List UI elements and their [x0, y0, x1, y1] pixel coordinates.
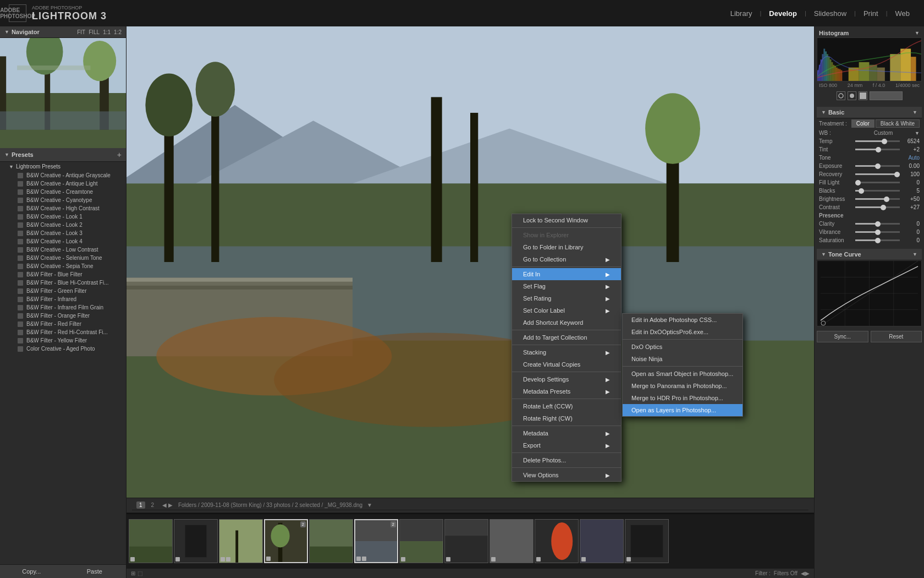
ctx-export[interactable]: Export ▶ — [512, 439, 621, 451]
saturation-track[interactable] — [855, 239, 900, 241]
preset-item[interactable]: B&W Filter - Orange Filter — [0, 312, 126, 320]
tint-track[interactable] — [855, 149, 900, 150]
ctx-rotate-right[interactable]: Rotate Right (CW) — [512, 412, 621, 424]
presets-header[interactable]: ▼ Presets + — [0, 148, 126, 162]
ctx-create-virtual-copies[interactable]: Create Virtual Copies — [512, 358, 621, 370]
preset-item[interactable]: B&W Filter - Blue Filter — [0, 270, 126, 279]
page-1[interactable]: 1 — [136, 501, 145, 509]
fit-option-fill[interactable]: FILL — [89, 29, 100, 35]
preset-item[interactable]: B&W Creative - Low Contrast — [0, 246, 126, 254]
tone-auto-btn[interactable]: Auto — [908, 155, 920, 161]
treatment-bw-btn[interactable]: Black & White — [876, 119, 920, 128]
preset-group-lightroom[interactable]: ▼ Lightroom Presets — [0, 162, 126, 171]
grid-view-btn[interactable]: ⊞ — [131, 570, 135, 576]
ctx-metadata[interactable]: Metadata ▶ — [512, 427, 621, 439]
fit-option-1-2[interactable]: 1:2 — [114, 29, 122, 35]
presets-add-button[interactable]: + — [117, 150, 122, 159]
fill-light-thumb[interactable] — [855, 180, 861, 186]
copy-button[interactable]: Copy... — [0, 565, 63, 578]
page-2[interactable]: 2 — [148, 501, 157, 509]
preset-item[interactable]: B&W Creative - Look 4 — [0, 237, 126, 246]
film-thumb-7[interactable] — [399, 519, 443, 563]
film-thumb-4-selected[interactable]: 2 — [264, 519, 308, 563]
preset-item[interactable]: Color Creative - Aged Photo — [0, 345, 126, 353]
ctx-stacking[interactable]: Stacking ▶ — [512, 346, 621, 358]
saturation-thumb[interactable] — [875, 238, 881, 243]
film-thumb-1[interactable] — [129, 519, 173, 563]
nav-print[interactable]: Print — [858, 9, 884, 18]
exposure-thumb[interactable] — [875, 163, 881, 169]
submenu-merge-panorama[interactable]: Merge to Panorama in Photoshop... — [623, 380, 743, 392]
nav-develop[interactable]: Develop — [763, 9, 802, 18]
brightness-track[interactable] — [855, 198, 900, 200]
vibrance-thumb[interactable] — [875, 230, 881, 235]
presets-collapse-arrow[interactable]: ▼ — [4, 152, 9, 157]
preset-item[interactable]: B&W Creative - Antique Light — [0, 179, 126, 188]
sync-button[interactable]: Sync... — [817, 331, 868, 342]
film-thumb-10[interactable] — [535, 519, 579, 563]
reset-button[interactable]: Reset — [871, 331, 922, 342]
submenu-smart-object[interactable]: Open as Smart Object in Photoshop... — [623, 368, 743, 380]
preset-item[interactable]: B&W Filter - Infrared Film Grain — [0, 303, 126, 312]
loupe-view-btn[interactable]: ⬚ — [138, 570, 142, 576]
recovery-track[interactable] — [855, 173, 900, 175]
ctx-set-flag[interactable]: Set Flag ▶ — [512, 280, 621, 292]
nav-slideshow[interactable]: Slideshow — [809, 9, 852, 18]
navigator-thumbnail[interactable] — [0, 38, 126, 148]
preset-item[interactable]: B&W Creative - Creamtone — [0, 188, 126, 196]
fit-option-fit[interactable]: FIT — [77, 29, 85, 35]
clarity-thumb[interactable] — [875, 221, 881, 227]
ctx-show-in-explorer[interactable]: Show in Explorer — [512, 229, 621, 241]
preset-item[interactable]: B&W Filter - Red Filter — [0, 320, 126, 328]
film-thumb-3[interactable] — [219, 519, 263, 563]
ctx-set-rating[interactable]: Set Rating ▶ — [512, 292, 621, 304]
tone-ctrl-3[interactable] — [859, 91, 867, 100]
clarity-track[interactable] — [855, 223, 900, 225]
histogram-collapse-arrow[interactable]: ▼ — [915, 30, 920, 36]
tone-ctrl-2[interactable] — [848, 91, 856, 100]
tint-thumb[interactable] — [876, 147, 881, 152]
preset-item[interactable]: B&W Filter - Red Hi-Contrast Fi... — [0, 328, 126, 336]
basic-collapse-arrow[interactable]: ▼ — [912, 110, 917, 115]
submenu-photoshop-css[interactable]: Edit in Adobe Photoshop CSS... — [623, 314, 743, 326]
preset-item[interactable]: B&W Creative - Sepia Tone — [0, 262, 126, 270]
ctx-delete-photos[interactable]: Delete Photos... — [512, 454, 621, 466]
ctx-go-to-collection[interactable]: Go to Collection ▶ — [512, 253, 621, 265]
preset-item[interactable]: B&W Filter - Blue Hi-Contrast Fi... — [0, 279, 126, 287]
treatment-color-btn[interactable]: Color — [851, 119, 875, 128]
film-thumb-6-selected[interactable]: 2 — [354, 519, 398, 563]
ctx-set-color-label[interactable]: Set Color Label ▶ — [512, 304, 621, 317]
file-dropdown-arrow[interactable]: ▼ — [367, 502, 372, 508]
preset-item[interactable]: B&W Creative - Selenium Tone — [0, 254, 126, 262]
preset-item[interactable]: B&W Filter - Green Filter — [0, 287, 126, 295]
preset-item[interactable]: B&W Creative - Look 2 — [0, 221, 126, 229]
submenu-open-layers[interactable]: Open as Layers in Photoshop... — [623, 404, 743, 416]
tone-ctrl-1[interactable] — [837, 91, 845, 100]
film-thumb-5[interactable] — [309, 519, 353, 563]
basic-section-header[interactable]: ▼ Basic ▼ — [817, 107, 922, 118]
ctx-metadata-presets[interactable]: Metadata Presets ▶ — [512, 385, 621, 397]
contrast-track[interactable] — [855, 206, 900, 208]
film-thumb-8[interactable] — [444, 519, 488, 563]
film-thumb-9[interactable] — [490, 519, 534, 563]
nav-library[interactable]: Library — [725, 9, 758, 18]
blacks-thumb[interactable] — [859, 188, 864, 194]
preset-item[interactable]: B&W Creative - Look 3 — [0, 229, 126, 237]
filter-value[interactable]: Filters Off — [774, 570, 798, 576]
ctx-edit-in[interactable]: Edit In ▶ Edit in Adobe Photoshop CSS...… — [512, 268, 621, 280]
tone-ctrl-slider[interactable] — [870, 91, 903, 100]
ctx-lock-second-window[interactable]: Lock to Second Window — [512, 214, 621, 226]
preset-item[interactable]: B&W Filter - Yellow Filter — [0, 336, 126, 345]
navigator-collapse-arrow[interactable]: ▼ — [4, 29, 9, 35]
film-thumb-12[interactable] — [625, 519, 669, 563]
submenu-dxo-optics[interactable]: DxO Optics — [623, 341, 743, 353]
recovery-thumb[interactable] — [894, 172, 900, 177]
ctx-add-to-target[interactable]: Add to Target Collection — [512, 331, 621, 343]
wb-dropdown-arrow[interactable]: ▼ — [915, 130, 920, 136]
fit-option-1-1[interactable]: 1:1 — [103, 29, 111, 35]
preset-item[interactable]: B&W Filter - Infrared — [0, 295, 126, 303]
paste-button[interactable]: Paste — [63, 565, 127, 578]
tone-curve-collapse-arrow[interactable]: ▼ — [912, 252, 917, 257]
preset-item[interactable]: B&W Creative - High Contrast — [0, 204, 126, 212]
ctx-view-options[interactable]: View Options ▶ — [512, 469, 621, 481]
